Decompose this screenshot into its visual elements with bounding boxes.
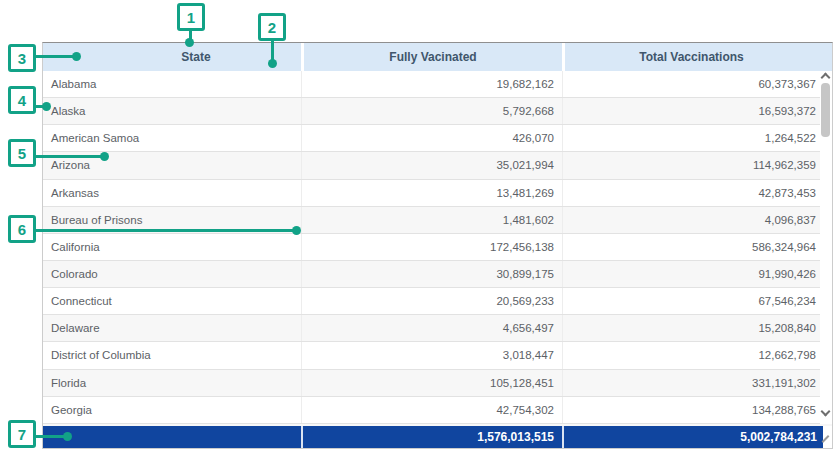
cell-state: Colorado [43,261,301,287]
callout-2-dot [268,59,277,68]
cell-total: 67,546,234 [562,288,820,314]
callout-5-dot [100,152,109,161]
cell-fully: 35,021,994 [301,152,562,178]
table-row[interactable]: Arizona35,021,994114,962,359 [43,152,820,179]
callout-2: 2 [258,13,286,41]
cell-state: Alaska [43,98,301,124]
cell-total: 42,873,453 [562,180,820,206]
table-row[interactable]: Colorado30,899,17591,990,426 [43,261,820,288]
callout-3: 3 [8,44,36,72]
callout-6: 6 [8,215,36,243]
callout-7-connector [36,435,65,438]
cell-fully: 172,456,138 [301,234,562,260]
cell-state: Georgia [43,397,301,423]
cell-total: 331,191,302 [562,370,820,396]
vaccination-table: State Fully Vacinated Total Vaccinations… [42,42,833,449]
cell-fully: 3,018,447 [301,342,562,368]
cell-fully: 30,899,175 [301,261,562,287]
callout-4: 4 [8,86,36,114]
callout-3-dot [72,52,81,61]
cell-fully: 20,569,233 [301,288,562,314]
cell-total: 4,096,837 [562,207,820,233]
cell-total: 15,208,840 [562,315,820,341]
cell-fully: 105,128,451 [301,370,562,396]
cell-total: 134,288,765 [562,397,820,423]
cell-total: 586,324,964 [562,234,820,260]
scrollbar-thumb[interactable] [821,83,830,137]
footer-cell-total-vaccinations: 5,002,784,231 [562,426,823,448]
cell-total: 12,662,798 [562,342,820,368]
cell-state: Florida [43,370,301,396]
cell-total: 114,962,359 [562,152,820,178]
cell-fully: 42,754,302 [301,397,562,423]
cell-state: Arkansas [43,180,301,206]
callout-1-dot [185,38,194,47]
table-row[interactable]: District of Columbia3,018,44712,662,798 [43,342,820,369]
table-row[interactable]: Delaware4,656,49715,208,840 [43,315,820,342]
table-row[interactable]: American Samoa426,0701,264,522 [43,125,820,152]
chevron-down-icon[interactable] [821,407,831,417]
cell-state: California [43,234,301,260]
cell-total: 60,373,367 [562,71,820,97]
table-row[interactable]: California172,456,138586,324,964 [43,234,820,261]
table-row[interactable]: Connecticut20,569,23367,546,234 [43,288,820,315]
callout-3-connector [36,55,76,58]
vertical-scrollbar[interactable] [820,71,832,424]
table-rows: Alabama19,682,16260,373,367Alaska5,792,6… [43,71,820,424]
callout-7-dot [63,432,72,441]
callout-5: 5 [8,139,36,167]
cell-state: Delaware [43,315,301,341]
cell-fully: 1,481,602 [301,207,562,233]
column-header-state[interactable]: State [43,43,301,71]
table-row[interactable]: Arkansas13,481,26942,873,453 [43,180,820,207]
cell-fully: 4,656,497 [301,315,562,341]
callout-7: 7 [8,420,36,448]
callout-6-connector [36,229,294,232]
cell-fully: 19,682,162 [301,71,562,97]
cell-state: Alabama [43,71,301,97]
cell-total: 16,593,372 [562,98,820,124]
table-body: Alabama19,682,16260,373,367Alaska5,792,6… [43,71,832,424]
callout-5-connector [36,155,102,158]
cell-state: District of Columbia [43,342,301,368]
cell-total: 91,990,426 [562,261,820,287]
cell-fully: 426,070 [301,125,562,151]
footer-cell-fully-vacinated: 1,576,013,515 [301,426,562,448]
table-row[interactable]: Alabama19,682,16260,373,367 [43,71,820,98]
cell-state: Connecticut [43,288,301,314]
callout-6-dot [292,226,301,235]
column-header-fully-vacinated[interactable]: Fully Vacinated [301,43,562,71]
table-row[interactable]: Florida105,128,451331,191,302 [43,370,820,397]
callout-4-dot [42,102,51,111]
column-header-total-vaccinations[interactable]: Total Vaccinations [562,43,818,71]
chevron-up-icon[interactable] [821,73,831,83]
footer-cell-state [43,426,301,448]
table-header-row: State Fully Vacinated Total Vaccinations [43,43,832,71]
table-row[interactable]: Georgia42,754,302134,288,765 [43,397,820,424]
table-row[interactable]: Alaska5,792,66816,593,372 [43,98,820,125]
cell-state: American Samoa [43,125,301,151]
cell-total: 1,264,522 [562,125,820,151]
table-footer-row: 1,576,013,515 5,002,784,231 [43,426,823,448]
cell-fully: 5,792,668 [301,98,562,124]
cell-fully: 13,481,269 [301,180,562,206]
callout-1: 1 [177,3,205,31]
